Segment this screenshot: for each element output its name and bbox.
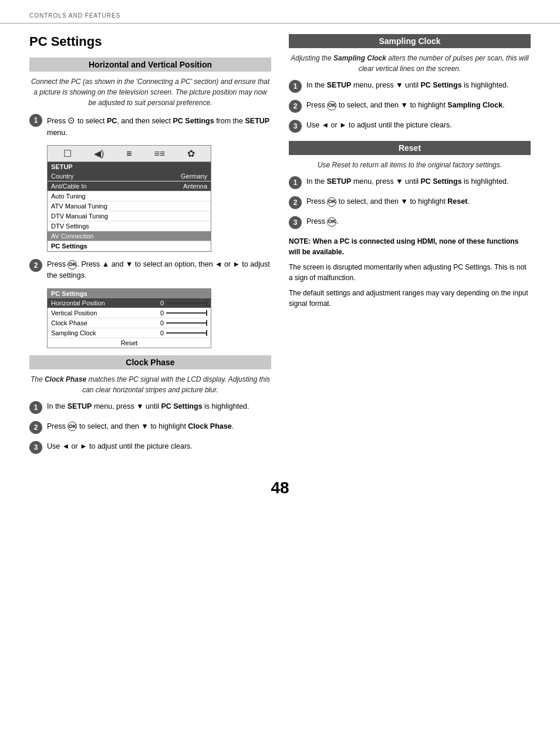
- ok-icon: OK: [68, 260, 77, 270]
- clock-step3-number: 3: [29, 441, 42, 454]
- step2-number: 2: [29, 259, 42, 272]
- right-column: Sampling Clock Adjusting the Sampling Cl…: [289, 23, 531, 461]
- clock-step2-number: 2: [29, 421, 42, 434]
- clock-slider: 0: [160, 319, 207, 326]
- pc-row-vert: Vertical Position 0: [48, 308, 211, 318]
- tv-menu-row-autotuning: Auto Tuning: [48, 191, 211, 201]
- sampling-clock-intro: Adjusting the Sampling Clock alters the …: [289, 53, 531, 74]
- reset-step2: 2 Press OK to select, and then ▼ to high…: [289, 196, 531, 209]
- tv-icon-sound: ◀): [94, 148, 104, 159]
- page-number: 48: [0, 461, 560, 509]
- left-column: PC Settings Horizontal and Vertical Posi…: [29, 23, 271, 461]
- clock-step2-text: Press OK to select, and then ▼ to highli…: [47, 421, 271, 432]
- sampling-step1: 1 In the SETUP menu, press ▼ until PC Se…: [289, 80, 531, 93]
- sampling-step2-text: Press OK to select, and then ▼ to highli…: [306, 100, 531, 111]
- pc-row-horiz: Horizontal Position 0: [48, 298, 211, 308]
- horiz-vert-intro: Connect the PC (as shown in the 'Connect…: [29, 76, 271, 108]
- pc-reset-label: Reset: [48, 338, 211, 348]
- reset-step1-text: In the SETUP menu, press ▼ until PC Sett…: [306, 176, 531, 187]
- tv-icon-channels: ≡≡: [154, 149, 165, 159]
- note-disrupted: The screen is disrupted momentarily when…: [289, 262, 531, 283]
- step1-text: Press ⊙ to select PC, and then select PC…: [47, 114, 271, 138]
- ok-icon-3: OK: [327, 101, 336, 110]
- clock-step1: 1 In the SETUP menu, press ▼ until PC Se…: [29, 401, 271, 414]
- section-horiz-vert: Horizontal and Vertical Position: [29, 58, 271, 72]
- reset-step3-number: 3: [289, 216, 302, 229]
- sampling-step2: 2 Press OK to select, and then ▼ to high…: [289, 100, 531, 113]
- tv-menu-row-avconnection: AV Connection: [48, 231, 211, 241]
- vert-slider: 0: [160, 309, 207, 317]
- sampling-step1-number: 1: [289, 80, 302, 93]
- clock-phase-intro: The Clock Phase matches the PC signal wi…: [29, 374, 271, 395]
- reset-step1: 1 In the SETUP menu, press ▼ until PC Se…: [289, 176, 531, 189]
- clock-step3-text: Use ◄ or ► to adjust until the picture c…: [47, 441, 271, 452]
- tv-icon-screen: ☐: [63, 148, 72, 159]
- tv-menu-row-dtvmanual: DTV Manual Tuning: [48, 211, 211, 221]
- sampling-step3-text: Use ◄ or ► to adjust until the picture c…: [306, 120, 531, 131]
- content-area: PC Settings Horizontal and Vertical Posi…: [0, 23, 560, 461]
- header-area: CONTROLS AND FEATURES: [0, 0, 560, 23]
- pc-row-samplingclock: Sampling Clock 0: [48, 328, 211, 338]
- note-default: The default settings and adjustment rang…: [289, 288, 531, 309]
- step1-number: 1: [29, 114, 42, 127]
- ok-icon-2: OK: [68, 422, 77, 431]
- reset-intro: Use Reset to return all items to the ori…: [289, 160, 531, 170]
- pc-settings-title: PC Settings: [48, 289, 211, 298]
- reset-step3-text: Press OK.: [306, 216, 531, 227]
- sampling-step3-number: 3: [289, 120, 302, 133]
- reset-step2-number: 2: [289, 196, 302, 209]
- horiz-vert-step1: 1 Press ⊙ to select PC, and then select …: [29, 114, 271, 138]
- reset-step1-number: 1: [289, 176, 302, 189]
- clock-step2: 2 Press OK to select, and then ▼ to high…: [29, 421, 271, 434]
- note-box: NOTE: When a PC is connected using HDMI,…: [289, 236, 531, 309]
- tv-menu-icons-row: ☐ ◀) ≡ ≡≡ ✿: [48, 146, 211, 162]
- tv-menu-row-pcsettings: PC Settings: [48, 241, 211, 251]
- clock-step1-text: In the SETUP menu, press ▼ until PC Sett…: [47, 401, 271, 412]
- tv-icon-menu: ≡: [126, 149, 131, 159]
- reset-step2-text: Press OK to select, and then ▼ to highli…: [306, 196, 531, 207]
- tv-menu-title: SETUP: [48, 162, 211, 171]
- tv-menu-screenshot: ☐ ◀) ≡ ≡≡ ✿ SETUP CountryGermany Ant/Cab…: [47, 145, 211, 252]
- tv-menu-row-atvmanual: ATV Manual Tuning: [48, 201, 211, 211]
- section-reset: Reset: [289, 141, 531, 155]
- sampling-step1-text: In the SETUP menu, press ▼ until PC Sett…: [306, 80, 531, 91]
- tv-icon-settings: ✿: [187, 148, 195, 159]
- sampling-step2-number: 2: [289, 100, 302, 113]
- horiz-vert-step2: 2 Press OK. Press ▲ and ▼ to select an o…: [29, 259, 271, 281]
- tv-menu-row-antcable: Ant/Cable InAntenna: [48, 181, 211, 191]
- clock-step1-number: 1: [29, 401, 42, 414]
- section-clock-phase: Clock Phase: [29, 355, 271, 369]
- section-sampling-clock: Sampling Clock: [289, 34, 531, 48]
- sampling-step3: 3 Use ◄ or ► to adjust until the picture…: [289, 120, 531, 133]
- header-label: CONTROLS AND FEATURES: [29, 12, 120, 19]
- page: CONTROLS AND FEATURES PC Settings Horizo…: [0, 0, 560, 744]
- reset-step3: 3 Press OK.: [289, 216, 531, 229]
- ok-icon-4: OK: [327, 197, 336, 207]
- tv-menu-row-country: CountryGermany: [48, 171, 211, 181]
- tv-menu-row-dtvsettings: DTV Settings: [48, 221, 211, 231]
- pc-row-clockphase: Clock Phase 0: [48, 318, 211, 328]
- clock-step3: 3 Use ◄ or ► to adjust until the picture…: [29, 441, 271, 454]
- sampling-slider: 0: [160, 329, 207, 336]
- pc-settings-screenshot: PC Settings Horizontal Position 0 Vertic…: [47, 288, 211, 348]
- horiz-slider: 0: [160, 299, 207, 307]
- page-title: PC Settings: [29, 34, 271, 49]
- step2-text: Press OK. Press ▲ and ▼ to select an opt…: [47, 259, 271, 281]
- note-hdmi: NOTE: When a PC is connected using HDMI,…: [289, 236, 531, 257]
- ok-icon-5: OK: [327, 217, 336, 227]
